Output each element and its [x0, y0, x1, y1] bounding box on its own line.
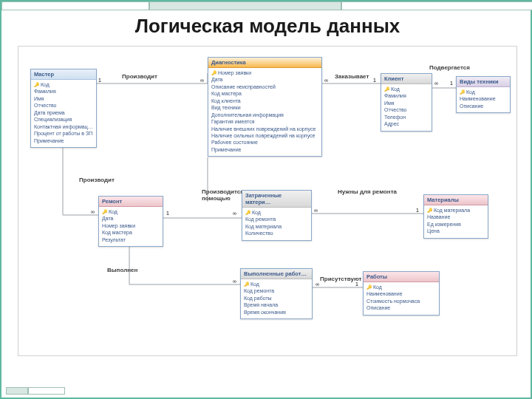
- field: Имя: [384, 100, 429, 106]
- field: Примечание: [34, 137, 93, 144]
- field: Фамилия: [34, 88, 93, 95]
- field: Результат: [102, 236, 160, 243]
- field: Код ремонта: [244, 287, 309, 294]
- field: Название: [427, 214, 485, 220]
- field: Контактная информация: [34, 123, 93, 130]
- field: Процент от работы в ЗП: [34, 130, 93, 137]
- field: Адрес: [384, 120, 429, 127]
- card-1: 1: [416, 208, 419, 213]
- field: Код: [245, 209, 308, 216]
- field: Гарантия имеется: [211, 118, 318, 125]
- field: Наличие внешних повреждений на корпусе: [211, 126, 318, 132]
- field: Отчество: [384, 106, 429, 113]
- rel-performed: Выполнен: [107, 267, 137, 273]
- field: Количество: [245, 230, 308, 236]
- stripe-seg: [149, 1, 341, 10]
- field: Время начала: [244, 301, 309, 308]
- card-1: 1: [355, 282, 358, 287]
- field: Номер заявки: [102, 222, 160, 229]
- field: Номер заявки: [211, 69, 318, 76]
- entity-title: Мастер: [31, 69, 96, 80]
- card-inf: ∞: [91, 209, 95, 214]
- card-inf: ∞: [314, 208, 318, 213]
- rel-produces-2: Производит: [79, 177, 115, 183]
- rel-orders: Заказывает: [335, 73, 369, 80]
- field: Описание неисправностей: [211, 83, 318, 90]
- field: Дата приема: [34, 109, 93, 116]
- field: Код: [460, 89, 507, 95]
- field: Код мастера: [102, 229, 160, 236]
- entity-tech: Виды техники Код Наименование Описание: [456, 76, 511, 113]
- field: Описание: [366, 304, 436, 311]
- card-inf: ∞: [324, 78, 328, 83]
- entity-used-materials: Затраченные матери… Код Код ремонта Код …: [242, 190, 312, 241]
- field: Код ремонта: [245, 216, 308, 222]
- field: Код: [384, 86, 429, 92]
- field: Описание: [460, 103, 507, 109]
- entity-diagnostics: Диагностика Номер заявки Дата Описание н…: [208, 57, 322, 157]
- entity-body: Номер заявки Дата Описание неисправносте…: [208, 68, 321, 156]
- entity-title: Выполненные работ…: [241, 269, 312, 279]
- page-title: Логическая модель данных: [1, 15, 532, 38]
- entity-title: Работы: [364, 272, 439, 282]
- entity-body: Код Дата Номер заявки Код мастера Резуль…: [99, 207, 163, 246]
- card-inf: ∞: [316, 282, 319, 287]
- field: Имя: [34, 95, 93, 102]
- card-inf: ∞: [200, 78, 204, 83]
- entity-body: Код Фамилия Имя Отчество Дата приема Спе…: [31, 80, 96, 147]
- stripe-seg: [28, 387, 65, 395]
- entity-body: Код Фамилия Имя Отчество Телефон Адрес: [381, 84, 432, 131]
- field: Отчество: [34, 102, 93, 109]
- field: Наименование: [460, 95, 507, 102]
- stripe-seg: [341, 1, 532, 10]
- rel-exposes: Подвергается: [429, 64, 470, 71]
- rel-produces-1: Производит: [122, 73, 157, 80]
- top-stripe: [1, 1, 532, 10]
- entity-title: Виды техники: [457, 77, 510, 87]
- entity-materials: Материалы Код материала Название Ед изме…: [423, 194, 488, 239]
- entity-title: Затраченные матери…: [242, 191, 311, 208]
- card-1: 1: [450, 81, 453, 86]
- stripe-seg: [6, 387, 28, 395]
- field: Время окончания: [244, 309, 309, 316]
- entity-master: Мастер Код Фамилия Имя Отчество Дата при…: [30, 69, 97, 148]
- field: Наименование: [366, 290, 436, 297]
- entity-repair: Ремонт Код Дата Номер заявки Код мастера…: [98, 196, 163, 247]
- entity-client: Клиент Код Фамилия Имя Отчество Телефон …: [381, 73, 432, 132]
- card-1: 1: [373, 78, 376, 83]
- entity-title: Материалы: [424, 195, 488, 205]
- field: Код: [244, 281, 309, 287]
- entity-title: Клиент: [381, 74, 432, 84]
- entity-body: Код материала Название Ед измерения Цена: [424, 205, 488, 238]
- card-inf: ∞: [233, 211, 236, 216]
- bottom-stripe: [6, 387, 65, 395]
- field: Дата: [211, 76, 318, 83]
- entity-body: Код Наименование Описание: [457, 87, 510, 112]
- field: Рабочее состояние: [211, 139, 318, 146]
- field: Код материала: [427, 207, 485, 214]
- field: Телефон: [384, 114, 429, 120]
- field: Код материала: [245, 223, 308, 230]
- entity-works: Работы Код Наименование Стоимость нормоч…: [363, 271, 440, 316]
- entity-title: Ремонт: [99, 197, 163, 207]
- card-inf: ∞: [434, 81, 438, 86]
- entity-done-works: Выполненные работ… Код Код ремонта Код р…: [240, 268, 313, 319]
- entity-body: Код Наименование Стоимость нормочаса Опи…: [364, 282, 439, 315]
- field: Цена: [427, 228, 485, 234]
- card-inf: ∞: [233, 279, 236, 284]
- field: Фамилия: [384, 92, 429, 99]
- card-1: 1: [166, 211, 169, 216]
- field: Код: [34, 81, 93, 88]
- field: Вид техники: [211, 104, 318, 111]
- stripe-seg: [1, 1, 149, 10]
- entity-title: Диагностика: [208, 58, 321, 68]
- field: Код клиента: [211, 98, 318, 104]
- field: Стоимость нормочаса: [366, 298, 436, 304]
- field: Дата: [102, 215, 160, 222]
- field: Дополнительная информация: [211, 112, 318, 118]
- rel-needed-repair: Нужны для ремонта: [338, 188, 397, 195]
- slide: Логическая модель данных Производит Зака…: [0, 0, 532, 399]
- field: Код работы: [244, 295, 309, 301]
- card-1: 1: [98, 78, 101, 83]
- field: Код: [366, 284, 436, 290]
